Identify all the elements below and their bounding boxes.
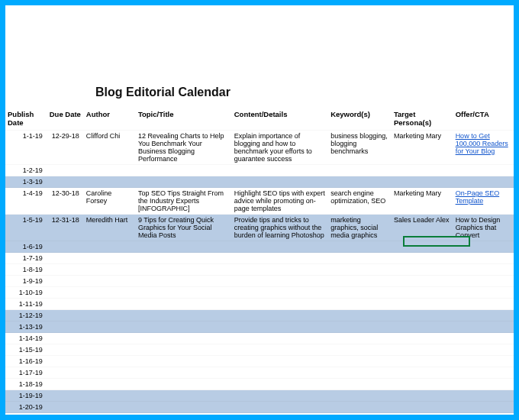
- cell-due[interactable]: [47, 287, 84, 299]
- cell-keywords[interactable]: [328, 176, 392, 188]
- cell-keywords[interactable]: [328, 413, 392, 415]
- cell-topic[interactable]: [136, 165, 232, 176]
- cell-topic[interactable]: [136, 310, 232, 321]
- cell-author[interactable]: [84, 310, 136, 321]
- table-row[interactable]: 1-1-1912-29-18Clifford Chi12 Revealing C…: [5, 131, 514, 165]
- cell-topic[interactable]: [136, 264, 232, 276]
- col-content[interactable]: Content/Details: [232, 108, 328, 131]
- cell-persona[interactable]: [392, 321, 453, 333]
- cell-persona[interactable]: [392, 287, 453, 299]
- cell-author[interactable]: [84, 253, 136, 264]
- cell-offer[interactable]: [453, 413, 514, 415]
- cell-offer[interactable]: [453, 356, 514, 367]
- cell-due[interactable]: [47, 413, 84, 415]
- table-row[interactable]: 1-8-19: [5, 264, 514, 276]
- cell-content[interactable]: [232, 264, 328, 276]
- cell-author[interactable]: Caroline Forsey: [84, 188, 136, 215]
- cell-due[interactable]: [47, 356, 84, 367]
- cell-publish[interactable]: 1-1-19: [5, 131, 47, 165]
- cell-author[interactable]: [84, 299, 136, 310]
- cell-publish[interactable]: 1-10-19: [5, 287, 47, 299]
- cell-keywords[interactable]: [328, 356, 392, 367]
- cell-persona[interactable]: [392, 310, 453, 321]
- cell-publish[interactable]: 1-21-19: [5, 413, 47, 415]
- cell-content[interactable]: [232, 344, 328, 356]
- cell-topic[interactable]: 12 Revealing Charts to Help You Benchmar…: [136, 131, 232, 165]
- cell-content[interactable]: [232, 390, 328, 402]
- cell-author[interactable]: [84, 333, 136, 344]
- table-row[interactable]: 1-2-19: [5, 165, 514, 176]
- cell-publish[interactable]: 1-15-19: [5, 344, 47, 356]
- cell-topic[interactable]: [136, 344, 232, 356]
- cell-content[interactable]: Provide tips and tricks to creating grap…: [232, 215, 328, 241]
- cell-offer[interactable]: [453, 253, 514, 264]
- cell-publish[interactable]: 1-5-19: [5, 215, 47, 241]
- cell-publish[interactable]: 1-17-19: [5, 367, 47, 379]
- cell-topic[interactable]: [136, 390, 232, 402]
- cell-persona[interactable]: [392, 299, 453, 310]
- cell-keywords[interactable]: business blogging, blogging benchmarks: [328, 131, 392, 165]
- cell-keywords[interactable]: [328, 276, 392, 287]
- table-row[interactable]: 1-11-19: [5, 299, 514, 310]
- col-persona[interactable]: Target Persona(s): [392, 108, 453, 131]
- cell-persona[interactable]: [392, 165, 453, 176]
- spreadsheet-area[interactable]: Blog Editorial Calendar Publish Date Due…: [5, 5, 514, 415]
- table-row[interactable]: 1-13-19: [5, 321, 514, 333]
- cell-author[interactable]: [84, 287, 136, 299]
- cell-keywords[interactable]: [328, 287, 392, 299]
- cell-content[interactable]: [232, 276, 328, 287]
- cell-due[interactable]: 12-29-18: [47, 131, 84, 165]
- table-row[interactable]: 1-3-19: [5, 176, 514, 188]
- cell-offer[interactable]: [453, 299, 514, 310]
- cell-publish[interactable]: 1-14-19: [5, 333, 47, 344]
- cell-author[interactable]: [84, 367, 136, 379]
- cell-author[interactable]: [84, 321, 136, 333]
- cell-due[interactable]: [47, 321, 84, 333]
- cell-topic[interactable]: [136, 176, 232, 188]
- cell-content[interactable]: [232, 413, 328, 415]
- cell-offer[interactable]: [453, 344, 514, 356]
- cell-due[interactable]: [47, 333, 84, 344]
- cell-content[interactable]: [232, 176, 328, 188]
- cell-topic[interactable]: [136, 253, 232, 264]
- cell-content[interactable]: [232, 310, 328, 321]
- cell-persona[interactable]: [392, 344, 453, 356]
- col-publish-date[interactable]: Publish Date: [5, 108, 47, 131]
- table-row[interactable]: 1-21-19: [5, 413, 514, 415]
- cell-keywords[interactable]: [328, 367, 392, 379]
- cell-keywords[interactable]: [328, 321, 392, 333]
- cell-topic[interactable]: [136, 241, 232, 253]
- cell-persona[interactable]: [392, 367, 453, 379]
- cell-persona[interactable]: [392, 253, 453, 264]
- cell-offer[interactable]: [453, 310, 514, 321]
- cell-publish[interactable]: 1-9-19: [5, 276, 47, 287]
- cell-offer[interactable]: [453, 390, 514, 402]
- table-row[interactable]: 1-19-19: [5, 390, 514, 402]
- cell-persona[interactable]: [392, 276, 453, 287]
- cell-due[interactable]: [47, 276, 84, 287]
- cell-keywords[interactable]: [328, 253, 392, 264]
- cell-author[interactable]: Clifford Chi: [84, 131, 136, 165]
- cell-keywords[interactable]: [328, 264, 392, 276]
- cell-author[interactable]: [84, 356, 136, 367]
- cell-topic[interactable]: [136, 276, 232, 287]
- cell-content[interactable]: [232, 367, 328, 379]
- calendar-table[interactable]: Publish Date Due Date Author Topic/Title…: [5, 108, 514, 415]
- cell-persona[interactable]: [392, 356, 453, 367]
- cell-due[interactable]: [47, 367, 84, 379]
- offer-link[interactable]: On-Page SEO Template: [456, 189, 500, 205]
- cell-offer[interactable]: [453, 379, 514, 390]
- cell-keywords[interactable]: [328, 344, 392, 356]
- cell-keywords[interactable]: search engine optimization, SEO: [328, 188, 392, 215]
- cell-publish[interactable]: 1-12-19: [5, 310, 47, 321]
- col-keywords[interactable]: Keyword(s): [328, 108, 392, 131]
- cell-persona[interactable]: [392, 390, 453, 402]
- cell-topic[interactable]: [136, 379, 232, 390]
- cell-topic[interactable]: Top SEO Tips Straight From the Industry …: [136, 188, 232, 215]
- cell-topic[interactable]: [136, 367, 232, 379]
- cell-persona[interactable]: [392, 402, 453, 413]
- cell-content[interactable]: [232, 321, 328, 333]
- cell-due[interactable]: [47, 241, 84, 253]
- cell-author[interactable]: [84, 276, 136, 287]
- cell-author[interactable]: [84, 241, 136, 253]
